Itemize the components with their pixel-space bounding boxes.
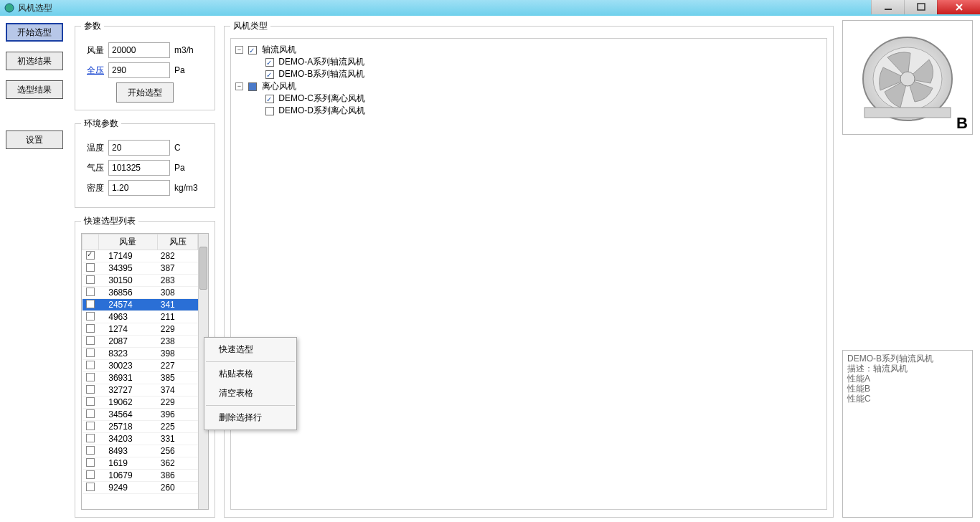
start-selection-button[interactable]: 开始选型 — [116, 82, 174, 103]
row-checkbox[interactable] — [86, 324, 95, 333]
nav-selection-result[interactable]: 选型结果 — [6, 80, 63, 99]
checkbox-centrif[interactable] — [248, 82, 257, 91]
row-checkbox[interactable] — [86, 434, 95, 442]
row-airflow: 34395 — [98, 262, 158, 275]
row-pressure: 283 — [158, 275, 198, 287]
ctx-paste-table[interactable]: 粘贴表格 — [204, 364, 296, 384]
collapse-icon[interactable]: − — [235, 46, 243, 54]
table-row[interactable]: 9249 260 — [83, 482, 198, 494]
nav-prelim-result[interactable]: 初选结果 — [6, 52, 63, 70]
row-checkbox[interactable] — [86, 422, 95, 430]
tree-node-demo-c[interactable]: DEMO-C系列离心风机 — [265, 92, 822, 104]
row-checkbox[interactable] — [86, 397, 95, 406]
row-checkbox[interactable] — [86, 312, 95, 321]
press-label: 气压 — [81, 162, 104, 174]
table-row[interactable]: 34395 387 — [83, 262, 198, 275]
fan-type-tree[interactable]: − 轴流风机 DEMO-A系列轴流风机 DEMO-B系列轴流风机 — [230, 38, 827, 510]
row-checkbox[interactable] — [86, 348, 95, 357]
density-unit: kg/m3 — [174, 183, 203, 193]
checkbox-demo-a[interactable] — [265, 58, 274, 67]
row-checkbox[interactable] — [86, 470, 95, 479]
minimize-button[interactable] — [871, 0, 904, 14]
ctx-delete-row[interactable]: 删除选择行 — [204, 408, 296, 427]
row-checkbox[interactable] — [86, 336, 95, 345]
ctx-quick-select[interactable]: 快速选型 — [204, 340, 296, 359]
env-legend: 环境参数 — [81, 118, 121, 130]
table-row[interactable]: 36931 385 — [83, 372, 198, 384]
close-button[interactable] — [937, 0, 980, 14]
row-airflow: 9249 — [98, 482, 158, 494]
row-checkbox[interactable] — [86, 409, 95, 418]
row-checkbox[interactable] — [86, 263, 95, 272]
checkbox-demo-d[interactable] — [265, 107, 274, 115]
row-checkbox[interactable] — [86, 300, 95, 308]
row-airflow: 34203 — [98, 433, 158, 445]
pressure-label-link[interactable]: 全压 — [81, 65, 104, 77]
row-checkbox[interactable] — [86, 446, 95, 455]
row-airflow: 24574 — [98, 299, 158, 311]
fan-type-legend: 风机类型 — [230, 20, 270, 32]
row-checkbox[interactable] — [86, 385, 95, 394]
row-airflow: 4963 — [98, 311, 158, 323]
temp-input[interactable] — [108, 140, 170, 156]
table-row[interactable]: 34564 396 — [83, 409, 198, 421]
window-title: 风机选型 — [18, 2, 52, 14]
ctx-clear-table[interactable]: 清空表格 — [204, 384, 296, 403]
quick-table[interactable]: 风量 风压 17149 282 34395 387 30150 283 3685… — [82, 234, 198, 494]
title-bar: 风机选型 — [0, 0, 980, 16]
table-row[interactable]: 19062 229 — [83, 397, 198, 409]
context-menu[interactable]: 快速选型 粘贴表格 清空表格 删除选择行 — [204, 337, 297, 430]
tree-node-centrif[interactable]: − 离心风机 — [235, 80, 822, 92]
tree-node-demo-a[interactable]: DEMO-A系列轴流风机 — [265, 56, 822, 67]
table-row[interactable]: 17149 282 — [83, 250, 198, 262]
menu-separator — [206, 405, 295, 406]
row-checkbox[interactable] — [86, 288, 95, 296]
row-pressure: 398 — [158, 348, 198, 360]
density-input[interactable] — [108, 180, 170, 196]
row-checkbox[interactable] — [86, 275, 95, 284]
table-row[interactable]: 36856 308 — [83, 287, 198, 299]
row-pressure: 387 — [158, 262, 198, 275]
row-pressure: 374 — [158, 384, 198, 397]
collapse-icon[interactable]: − — [235, 82, 243, 90]
quick-col-airflow[interactable]: 风量 — [98, 234, 158, 250]
table-row[interactable]: 34203 331 — [83, 433, 198, 445]
tree-node-demo-d[interactable]: DEMO-D系列离心风机 — [265, 105, 822, 116]
table-row[interactable]: 8493 256 — [83, 445, 198, 457]
row-checkbox[interactable] — [86, 483, 95, 491]
row-pressure: 211 — [158, 311, 198, 323]
table-row[interactable]: 4963 211 — [83, 311, 198, 323]
tree-node-axial[interactable]: − 轴流风机 — [235, 44, 822, 55]
nav-start-selection[interactable]: 开始选型 — [6, 23, 63, 42]
table-row[interactable]: 1274 229 — [83, 323, 198, 336]
row-checkbox[interactable] — [86, 373, 95, 381]
pressure-input[interactable] — [108, 62, 170, 78]
table-row[interactable]: 2087 238 — [83, 336, 198, 348]
row-pressure: 238 — [158, 336, 198, 348]
nav-settings[interactable]: 设置 — [6, 130, 63, 149]
checkbox-demo-c[interactable] — [265, 95, 274, 103]
press-input[interactable] — [108, 160, 170, 176]
table-row[interactable]: 30023 227 — [83, 360, 198, 372]
checkbox-demo-b[interactable] — [265, 70, 274, 79]
table-row[interactable]: 30150 283 — [83, 275, 198, 287]
row-airflow: 8323 — [98, 348, 158, 360]
table-row[interactable]: 24574 341 — [83, 299, 198, 311]
table-row[interactable]: 10679 386 — [83, 470, 198, 482]
quick-col-pressure[interactable]: 风压 — [158, 234, 198, 250]
row-pressure: 260 — [158, 482, 198, 494]
row-pressure: 229 — [158, 397, 198, 409]
row-checkbox[interactable] — [86, 458, 95, 467]
maximize-button[interactable] — [904, 0, 937, 14]
tree-node-demo-b[interactable]: DEMO-B系列轴流风机 — [265, 68, 822, 80]
row-checkbox[interactable] — [86, 361, 95, 369]
airflow-input[interactable] — [108, 42, 170, 58]
table-row[interactable]: 32727 374 — [83, 384, 198, 397]
row-airflow: 1274 — [98, 323, 158, 336]
checkbox-axial[interactable] — [248, 46, 257, 54]
row-checkbox[interactable] — [86, 251, 95, 260]
table-row[interactable]: 1619 362 — [83, 457, 198, 470]
row-pressure: 227 — [158, 360, 198, 372]
table-row[interactable]: 8323 398 — [83, 348, 198, 360]
table-row[interactable]: 25718 225 — [83, 421, 198, 433]
